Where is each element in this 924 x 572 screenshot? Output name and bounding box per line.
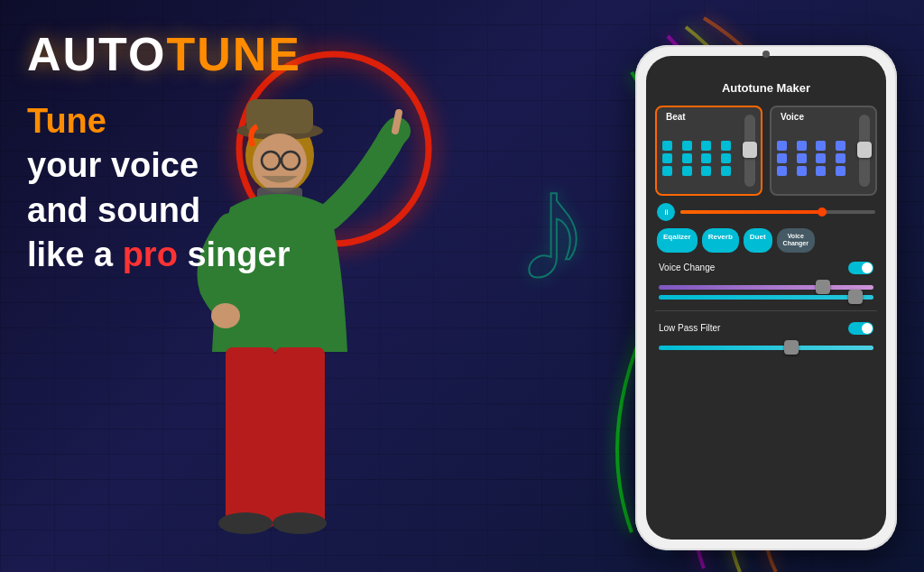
beat-dot-3 [701,141,711,151]
phone-body: Autotune Maker Beat [635,45,897,550]
title-auto: AUTO [27,28,166,80]
beat-dot-12 [721,166,731,176]
voice-dot-3 [816,141,826,151]
voice-dot-12 [836,166,845,176]
beat-dot-2 [682,141,692,151]
beat-dot-8 [721,153,731,163]
tagline-line3: and sound [27,189,424,233]
svg-point-14 [273,512,327,534]
tagline-line1: Tune [27,99,424,143]
voice-dot-6 [797,153,807,163]
title-tune: TUNE [166,28,301,80]
voice-dot-7 [816,153,826,163]
voice-dot-2 [797,141,807,151]
reverb-button[interactable]: Reverb [702,228,739,253]
beat-dot-7 [701,153,711,163]
svg-point-13 [218,512,273,534]
beat-dot-11 [701,166,711,176]
beat-slider[interactable] [744,115,755,187]
app-title: AUTOTUNE [27,27,424,81]
tagline-line2: your voice [27,143,424,188]
voice-card: Voice [770,106,877,196]
beat-dot-10 [682,166,692,176]
beat-dot-6 [682,153,692,163]
beat-grid [662,141,737,176]
svg-rect-12 [275,347,325,528]
svg-rect-11 [226,347,275,528]
pro-word: pro [123,235,178,273]
voice-dot-1 [777,141,787,151]
low-pass-sliders [655,344,877,352]
phone-mockup: Autotune Maker Beat [635,45,897,550]
voice-dot-9 [777,166,787,176]
left-content: AUTOTUNE Tune your voice and sound like … [27,27,424,278]
voice-dot-4 [836,141,845,151]
phone-camera [762,51,770,58]
svg-text:♪: ♪ [514,141,591,312]
voice-label: Voice [781,112,804,122]
voice-dot-10 [797,166,807,176]
screen-content: Autotune Maker Beat [646,56,886,540]
duet-button[interactable]: Duet [744,228,772,253]
slider-2-thumb [848,290,863,304]
equalizer-button[interactable]: Eqalizer [657,228,698,253]
voice-dot-8 [836,153,845,163]
low-pass-thumb [784,340,799,355]
slider-1-thumb [816,280,830,294]
screen-title: Autotune Maker [655,81,877,95]
section-divider [655,310,877,311]
progress-fill [680,210,827,214]
beat-dot-5 [662,153,672,163]
low-pass-toggle[interactable] [848,322,873,335]
voice-slider-1[interactable] [659,285,873,290]
voice-grid [777,141,852,176]
tagline-line4: like a pro singer [27,233,424,277]
play-pause-button[interactable] [657,203,675,221]
tagline-line4-suffix: singer [178,235,291,273]
effects-row: Eqalizer Reverb Duet VoiceChanger [655,228,877,253]
voice-dot-5 [777,153,787,163]
tagline: Tune your voice and sound like a pro sin… [27,99,424,278]
beat-card: Beat [655,106,762,196]
voice-sliders [655,283,877,301]
svg-point-10 [211,303,240,328]
progress-bar[interactable] [680,210,875,214]
voice-slider[interactable] [859,115,870,187]
voice-change-row: Voice Change [655,260,877,276]
beat-dot-1 [662,141,672,151]
cards-row: Beat [655,106,877,196]
beat-dot-4 [721,141,731,151]
voice-change-label: Voice Change [659,263,715,272]
low-pass-label: Low Pass Filter [659,323,720,333]
beat-label: Beat [666,112,686,122]
low-pass-slider[interactable] [659,346,873,350]
phone-screen: Autotune Maker Beat [646,56,886,540]
progress-row [655,203,877,221]
voice-change-toggle[interactable] [848,262,873,274]
tune-word: Tune [27,102,106,140]
progress-thumb [818,208,827,217]
voice-slider-2[interactable] [659,295,873,300]
tagline-line4-prefix: like a [27,235,123,273]
voice-dot-11 [816,166,826,176]
voice-changer-button[interactable]: VoiceChanger [777,228,815,253]
low-pass-row: Low Pass Filter [655,320,877,337]
beat-dot-9 [662,166,672,176]
